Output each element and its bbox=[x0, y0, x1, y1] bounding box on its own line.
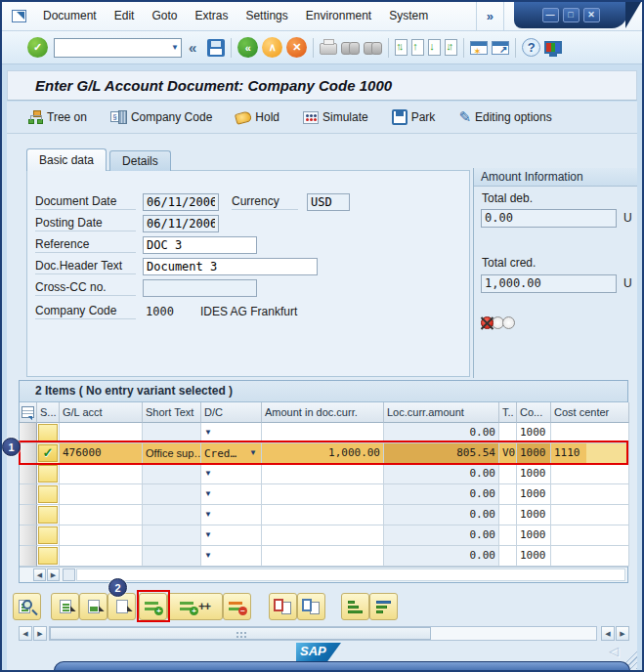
cell-tax-code[interactable] bbox=[499, 484, 517, 505]
sort-descending-button[interactable] bbox=[369, 593, 398, 620]
status-cell[interactable] bbox=[37, 505, 60, 525]
cell-debit-credit-dropdown[interactable]: ▼ bbox=[201, 423, 262, 443]
reference-field[interactable] bbox=[143, 236, 257, 254]
cell-short-text[interactable]: Office sup… bbox=[143, 443, 201, 464]
customize-layout-icon[interactable] bbox=[544, 41, 562, 54]
cell-company-code[interactable]: 1000 bbox=[517, 443, 551, 464]
create-shortcut-icon[interactable]: ↗ bbox=[492, 41, 509, 55]
column-header-debit-credit[interactable]: D/C bbox=[201, 402, 262, 423]
command-input[interactable] bbox=[55, 40, 164, 56]
hold-button[interactable]: Hold bbox=[236, 110, 279, 124]
more-menus-button[interactable]: » bbox=[476, 2, 504, 31]
cell-tax-code[interactable] bbox=[499, 546, 517, 567]
column-header-company-code[interactable]: Co... bbox=[517, 402, 551, 423]
row-select-button[interactable] bbox=[20, 443, 37, 464]
choose-detail-button[interactable] bbox=[13, 593, 41, 620]
menu-item-environment[interactable]: Environment bbox=[297, 2, 380, 30]
company-code-button[interactable]: Company Code bbox=[110, 110, 212, 124]
status-cell[interactable]: ✓ bbox=[37, 443, 60, 464]
screen-scroll-left2-icon[interactable]: ◀ bbox=[601, 626, 615, 641]
cell-cost-center[interactable] bbox=[551, 505, 629, 525]
park-button[interactable]: Park bbox=[392, 109, 436, 125]
select-block-button[interactable] bbox=[79, 593, 107, 620]
new-session-icon[interactable]: ✶ bbox=[470, 41, 488, 55]
cell-gl-account[interactable] bbox=[60, 464, 143, 484]
dropdown-arrow-icon[interactable]: ▼ bbox=[204, 423, 212, 442]
cell-debit-credit-dropdown[interactable]: ▼ bbox=[201, 464, 262, 484]
command-field[interactable]: ▼ bbox=[54, 38, 182, 58]
cell-short-text[interactable] bbox=[143, 423, 201, 443]
page-down-icon[interactable]: ↓ bbox=[428, 39, 441, 56]
column-header-amount-doc-curr[interactable]: Amount in doc.curr. bbox=[262, 402, 384, 423]
row-select-button[interactable] bbox=[20, 505, 37, 525]
cell-tax-code[interactable] bbox=[499, 505, 517, 525]
cell-company-code[interactable]: 1000 bbox=[517, 464, 551, 484]
cell-amount-doc-curr[interactable] bbox=[262, 505, 384, 525]
duplicate-row-button[interactable] bbox=[269, 593, 297, 620]
cell-debit-credit-dropdown[interactable]: ▼ bbox=[201, 484, 262, 505]
screen-scroll-right-icon[interactable]: ▶ bbox=[33, 626, 47, 641]
enter-icon[interactable]: ✓ bbox=[27, 37, 48, 58]
cell-company-code[interactable]: 1000 bbox=[517, 525, 551, 546]
screen-scroll-right2-icon[interactable]: ▶ bbox=[616, 626, 629, 641]
row-select-button[interactable] bbox=[20, 525, 37, 546]
cell-amount-doc-curr[interactable] bbox=[262, 484, 384, 505]
column-header-cost-center[interactable]: Cost center bbox=[551, 402, 629, 423]
column-header-status[interactable]: S... bbox=[37, 402, 60, 423]
insert-row-button[interactable]: + bbox=[139, 593, 167, 620]
maximize-button[interactable]: □ bbox=[563, 8, 580, 22]
cell-debit-credit-dropdown[interactable]: ▼ bbox=[201, 525, 262, 546]
cell-amount-doc-curr[interactable] bbox=[262, 464, 384, 484]
cell-tax-code[interactable] bbox=[499, 464, 517, 484]
dropdown-arrow-icon[interactable]: ▼ bbox=[204, 505, 212, 525]
menu-item-settings[interactable]: Settings bbox=[236, 2, 296, 30]
help-icon[interactable]: ? bbox=[522, 38, 540, 57]
simulate-button[interactable]: Simulate bbox=[303, 110, 368, 124]
status-cell[interactable] bbox=[37, 546, 60, 567]
dropdown-arrow-icon[interactable]: ▼ bbox=[204, 464, 212, 483]
cell-short-text[interactable] bbox=[143, 525, 201, 546]
menu-item-document[interactable]: Document bbox=[34, 2, 106, 30]
cell-amount-doc-curr[interactable] bbox=[262, 546, 384, 567]
dropdown-arrow-icon[interactable]: ▼ bbox=[204, 546, 212, 566]
cell-gl-account[interactable] bbox=[60, 484, 143, 505]
status-cell[interactable] bbox=[37, 423, 60, 443]
select-all-button[interactable] bbox=[51, 593, 79, 620]
menu-item-system[interactable]: System bbox=[380, 2, 437, 30]
status-cell[interactable] bbox=[37, 525, 60, 546]
column-header-gl-account[interactable]: G/L acct bbox=[60, 402, 143, 423]
copy-rows-button[interactable] bbox=[297, 593, 325, 620]
doc-header-text-field[interactable] bbox=[143, 258, 318, 275]
dropdown-arrow-icon[interactable]: ▼ bbox=[249, 443, 257, 463]
status-cell[interactable] bbox=[37, 464, 60, 484]
minimize-button[interactable]: — bbox=[542, 8, 559, 22]
cell-gl-account[interactable]: 476000 bbox=[60, 443, 143, 464]
tree-on-button[interactable]: Tree on bbox=[28, 110, 87, 124]
cell-gl-account[interactable] bbox=[60, 525, 143, 546]
last-page-icon[interactable]: ↓↑ bbox=[445, 39, 457, 56]
posting-date-field[interactable] bbox=[143, 215, 219, 232]
collapse-icon[interactable]: « bbox=[182, 39, 203, 56]
cell-company-code[interactable]: 1000 bbox=[517, 423, 551, 443]
cell-debit-credit-dropdown[interactable]: ▼ bbox=[201, 505, 262, 525]
document-date-field[interactable] bbox=[143, 193, 219, 211]
close-button[interactable]: ✕ bbox=[583, 8, 600, 22]
cell-company-code[interactable]: 1000 bbox=[517, 484, 551, 505]
status-cell[interactable] bbox=[37, 484, 60, 505]
tab-details[interactable]: Details bbox=[109, 150, 171, 171]
cell-debit-credit-dropdown[interactable]: ▼ bbox=[201, 546, 262, 567]
cell-amount-doc-curr[interactable] bbox=[262, 525, 384, 546]
dropdown-arrow-icon[interactable]: ▼ bbox=[204, 484, 212, 504]
cell-cost-center[interactable]: 1110 bbox=[551, 443, 629, 464]
table-scroll-track[interactable] bbox=[76, 568, 625, 581]
table-scroll-thumb[interactable] bbox=[63, 568, 75, 581]
editing-options-button[interactable]: ✎ Editing options bbox=[458, 110, 551, 124]
cell-cost-center[interactable] bbox=[551, 484, 629, 505]
screen-scroll-left-icon[interactable]: ◀ bbox=[19, 626, 32, 641]
table-settings-icon[interactable] bbox=[20, 402, 37, 423]
cell-amount-doc-curr[interactable] bbox=[262, 423, 384, 443]
row-select-button[interactable] bbox=[20, 546, 37, 567]
row-select-button[interactable] bbox=[20, 464, 37, 484]
table-scroll-right-icon[interactable]: ▶ bbox=[47, 568, 60, 581]
cell-short-text[interactable] bbox=[143, 546, 201, 567]
